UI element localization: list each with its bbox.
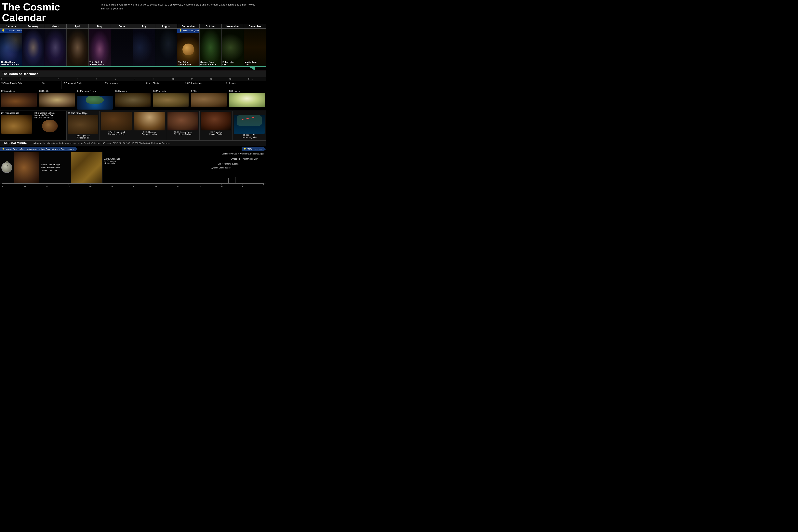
tick-label-60: 60 (2, 186, 4, 188)
tick-10: 10 (220, 184, 223, 188)
month-mar: March (44, 24, 66, 28)
migration-label: 11:56 to 11:59:Human Migration (234, 134, 265, 138)
timeline-section: 60 55 50 45 40 (0, 184, 266, 190)
month-jun: June (111, 24, 133, 28)
mar-cell (44, 28, 66, 66)
tick-60: 60 (2, 184, 4, 188)
insects: 21 Insects (225, 81, 266, 89)
tick-label-35: 35 (111, 186, 113, 188)
humans-upright-image (134, 112, 165, 130)
brain-tripling: 10:30: Human BrainSize Begins Tripling (166, 111, 200, 140)
dec-row2: 22 Amphibians 23 Reptiles 24 Pangaea For… (0, 89, 266, 111)
tyranno-image (1, 115, 32, 134)
tyranno-label: 29 Tyrannosaurids (1, 112, 32, 114)
tick-50: 50 (46, 184, 48, 188)
mammals-label: 26 Mammals (153, 90, 189, 92)
cave-paintings-cell (14, 152, 39, 183)
tick-label-20: 20 (177, 186, 179, 188)
month-feb: February (22, 24, 44, 28)
chimps-image (101, 112, 132, 130)
land-plants: 19 Land Plants (143, 81, 184, 89)
dynastic-china-label: Dynastic China Begins (211, 167, 230, 169)
flower-image (229, 93, 265, 107)
dec-num-11: 11 (190, 77, 209, 81)
humans-upright-label: 9:25: HumansFirst Walk Upright (134, 131, 165, 135)
month-jan: January (0, 24, 22, 28)
day16: 16 (41, 81, 61, 89)
bigbang-cell: 💡 Known from telescopes looking back in … (0, 28, 22, 66)
timeline-annotations-cell: Columbus Arrives in America (1.2 Seconds… (102, 152, 266, 183)
month-dec: December (244, 24, 266, 28)
tick-0: 0 (263, 184, 264, 188)
pangaea-continent (86, 96, 104, 104)
modern-humans: 11:52: ModernHumans Evolve (200, 111, 233, 140)
dec-num-1: 1 (0, 77, 19, 81)
dinosaur-image (115, 93, 151, 107)
telescope-banner: 💡 Known from telescopes looking back in … (0, 28, 22, 33)
migration-image (234, 115, 265, 134)
oxygen-cell: Oxygen fromPhotosynthesis (200, 28, 222, 66)
december-header: The Month of December... (0, 71, 266, 77)
migration-line (242, 117, 254, 120)
tick-line (90, 184, 91, 185)
multicell-cell: MulticellularLife (244, 28, 266, 66)
egypt-bg (71, 152, 102, 183)
dec-row3: 29 Tyrannosaurids 30 Dinosaurs Extinct,M… (0, 111, 266, 140)
month-aug: August (155, 24, 177, 28)
brain-image (168, 112, 198, 130)
dec-num-14: 14 ... (247, 77, 266, 81)
dec-num-7: 7 (114, 77, 133, 81)
apr-cell (66, 28, 89, 66)
tick-label-40: 40 (89, 186, 91, 188)
cave-bg (14, 152, 39, 183)
month-nov: November (222, 24, 244, 28)
reptiles: 23 Reptiles (38, 89, 76, 111)
modern-humans-image (201, 112, 231, 130)
dec-num-8: 8 (133, 77, 152, 81)
chimps-label: 8 PM: Humans andChimpanzees Split (101, 131, 132, 135)
tick-line (221, 184, 222, 185)
flowers: 28 Flowers (228, 89, 266, 111)
tick-line (25, 184, 25, 185)
humans-upright: 9:25: HumansFirst Walk Upright (133, 111, 166, 140)
main-title: The Cosmic Calendar (2, 2, 97, 23)
jul-cell (133, 28, 155, 66)
dino-extinct-label: 30 Dinosaurs Extinct,Mammals Take Overon… (35, 112, 65, 119)
tick-line (112, 184, 112, 185)
month-oct: October (200, 24, 222, 28)
christ-label: Christ Born (230, 158, 241, 160)
dec-num-2: 2 (19, 77, 38, 81)
bigbang-label: The Big Bang,Stars First Appear (1, 61, 19, 65)
mammal-image (153, 93, 189, 107)
tick-line (156, 184, 156, 185)
eukaryote-cell: EukaryoticCells (222, 28, 244, 66)
amphibians: 22 Amphibians (0, 89, 38, 111)
final-day: 31 The Final Day... Dawn: Apes andMonkey… (66, 111, 100, 140)
aug-cell (155, 28, 177, 66)
solar-label: The SolarSystem, Life (178, 61, 191, 65)
geologic-banner: 💡 Known from geologic record, fossils, g… (177, 28, 200, 33)
birds: 27 Birds (190, 89, 228, 111)
solar-cell: 💡 Known from geologic record, fossils, g… (177, 28, 200, 66)
geologic-text: Known from geologic record, fossils, gen… (183, 30, 200, 32)
world-map-shape (237, 115, 262, 126)
bird-image (191, 93, 227, 107)
top-images: 💡 Known from telescopes looking back in … (0, 28, 266, 67)
dino-extinct: 30 Dinosaurs Extinct,Mammals Take Overon… (33, 111, 66, 140)
tick-label-45: 45 (68, 186, 70, 188)
final-minute-section: The Final Minute... A human life only la… (0, 140, 266, 190)
month-apr: April (66, 24, 89, 28)
tick-30: 30 (133, 184, 135, 188)
header: The Cosmic Calendar The 13.8 billion yea… (0, 0, 266, 24)
christ-tick (240, 175, 241, 183)
modern-humans-label: 11:52: ModernHumans Evolve (201, 131, 231, 135)
pangaea-label: 24 Pangaea Forms (77, 90, 113, 92)
final-minute-header-row: The Final Minute... A human life only la… (0, 140, 266, 146)
thin-disk-cell: Thin Disk ofthe Milky Way (89, 28, 111, 66)
arrow-indicator (0, 67, 266, 71)
dec-num-10: 10 (171, 77, 190, 81)
chimps-split: 8 PM: Humans andChimpanzees Split (100, 111, 133, 140)
artifact-text: Known from artifacts, radiocarbon dating… (6, 148, 74, 150)
final-minute-title: The Final Minute... (2, 141, 30, 145)
birds-label: 27 Birds (191, 90, 227, 92)
